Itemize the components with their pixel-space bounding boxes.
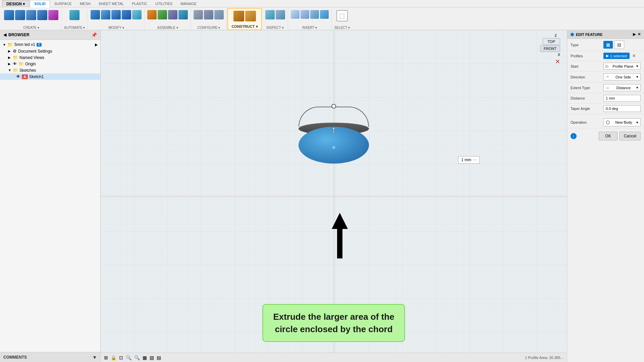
assemble-icon-3[interactable] xyxy=(168,10,177,19)
tab-utilities[interactable]: UTILITIES xyxy=(151,0,176,7)
ok-button[interactable]: OK xyxy=(599,132,617,140)
type-btn-solid[interactable]: ▦ xyxy=(603,41,613,49)
profiles-clear-btn[interactable]: ✕ xyxy=(631,53,637,58)
insert-icon-3[interactable] xyxy=(310,10,319,19)
tree-item-root[interactable]: ▼ 📁 5mm led v1 R ▶ xyxy=(0,41,100,48)
tab-surface[interactable]: SURFACE xyxy=(50,0,76,7)
extent-type-dropdown-arrow: ▾ xyxy=(636,85,638,90)
start-value-text: Profile Plane xyxy=(612,64,633,68)
panel-dot xyxy=(571,33,574,36)
tree-item-sketches[interactable]: ▼ 📁 Sketches xyxy=(0,67,100,73)
modify-icon-1[interactable] xyxy=(91,10,100,19)
automate-icon[interactable] xyxy=(69,10,79,20)
create-icon-3[interactable] xyxy=(26,10,36,20)
insert-icon-1[interactable] xyxy=(291,10,300,19)
construct-icon-2[interactable] xyxy=(245,11,256,21)
select-section: ⬚ SELECT ▾ xyxy=(332,8,353,30)
cancel-button[interactable]: Cancel xyxy=(620,132,641,140)
profiles-selected-badge: ▶ 1 selected xyxy=(603,53,630,59)
tab-sheet-metal[interactable]: SHEET METAL xyxy=(95,0,128,7)
assemble-icon-2[interactable] xyxy=(158,10,167,19)
insert-icon-2[interactable] xyxy=(301,10,309,19)
root-label: 5mm led v1 xyxy=(14,42,35,47)
bottom-icon-5[interactable]: 🔍 xyxy=(134,355,140,360)
select-icon[interactable]: ⬚ xyxy=(336,10,348,21)
modify-icon-3[interactable] xyxy=(111,10,121,19)
modify-icon-5[interactable] xyxy=(132,10,142,19)
panel-expand-icon[interactable]: ▶ xyxy=(633,32,636,37)
tree-item-origin[interactable]: ▶ 👁 📁 Origin xyxy=(0,61,100,67)
inspect-icon-2[interactable] xyxy=(276,10,285,19)
more-icon[interactable]: ⋯ xyxy=(473,158,477,162)
insert-icon-4[interactable] xyxy=(320,10,329,19)
direction-icon: ↗ xyxy=(606,75,609,79)
operation-dropdown[interactable]: ⬡ New Body ▾ xyxy=(603,118,641,126)
z-axis-label: Z xyxy=(540,34,557,38)
automate-label[interactable]: AUTOMATE ▾ xyxy=(64,26,85,29)
sidebar-collapse-icon[interactable]: ◀ xyxy=(3,33,6,37)
origin-arrow[interactable]: ▶ xyxy=(8,62,13,66)
tab-mesh[interactable]: MESH xyxy=(76,0,95,7)
modify-label[interactable]: MODIFY ▾ xyxy=(108,26,124,29)
direction-dropdown[interactable]: ↗ One Side ▾ xyxy=(603,73,641,80)
distance-input[interactable] xyxy=(603,95,641,102)
tab-solid[interactable]: SOLID xyxy=(30,0,50,7)
design-button[interactable]: DESIGN ▾ xyxy=(2,0,29,7)
create-icon-5[interactable] xyxy=(48,10,58,20)
select-label[interactable]: SELECT ▾ xyxy=(334,26,350,29)
configure-icon-2[interactable] xyxy=(204,10,213,19)
tab-plastic[interactable]: PLASTIC xyxy=(128,0,151,7)
tree-item-named-views[interactable]: ▶ 📁 Named Views xyxy=(0,54,100,61)
create-icon-2[interactable] xyxy=(15,10,25,20)
root-arrow[interactable]: ▼ xyxy=(3,43,7,47)
tree-item-sketch1[interactable]: 👁 A Sketch1 xyxy=(0,73,100,80)
insert-label[interactable]: INSERT ▾ xyxy=(302,26,317,29)
create-label[interactable]: CREATE ▾ xyxy=(23,26,39,29)
view-cube-front[interactable]: FRONT xyxy=(540,45,560,52)
extent-type-value-text: Distance xyxy=(616,86,631,90)
create-icon-4[interactable] xyxy=(37,10,47,20)
construct-icon-1[interactable] xyxy=(233,11,244,21)
assemble-label[interactable]: ASSEMBLE ▾ xyxy=(157,26,178,29)
assemble-icon-4[interactable] xyxy=(178,10,188,19)
inspect-label[interactable]: INSPECT ▾ xyxy=(267,26,284,29)
taper-angle-input[interactable] xyxy=(603,105,641,112)
modify-icon-4[interactable] xyxy=(122,10,131,19)
inspect-icon-1[interactable] xyxy=(265,10,275,19)
close-viewport-x[interactable]: ✕ xyxy=(540,58,560,65)
type-btn-surface[interactable]: ▤ xyxy=(614,41,624,49)
modify-icon-2[interactable] xyxy=(101,10,110,19)
panel-close-icon[interactable]: ✕ xyxy=(638,32,641,37)
tab-manage[interactable]: MANAGE xyxy=(176,0,201,7)
configure-label[interactable]: CONFIGURE ▾ xyxy=(198,26,220,29)
panel-row-taper-angle: Taper Angle xyxy=(567,104,644,114)
extent-type-dropdown[interactable]: ↔ Distance ▾ xyxy=(603,84,641,91)
configure-icon-3[interactable] xyxy=(214,10,224,19)
comments-collapse[interactable]: ▼ xyxy=(92,355,97,360)
bottom-icon-4[interactable]: 🔍 xyxy=(126,355,131,360)
panel-info-icon[interactable]: i xyxy=(571,133,577,139)
start-dropdown[interactable]: ▷ Profile Plane ▾ xyxy=(603,63,641,70)
handle-dot[interactable] xyxy=(331,104,336,109)
automate-section: AUTOMATE ▾ xyxy=(61,8,88,30)
tree-item-doc-settings[interactable]: ▶ ⚙ Document Settings xyxy=(0,48,100,54)
construct-label[interactable]: CONSTRUCT ▾ xyxy=(231,24,258,29)
assemble-icon-1[interactable] xyxy=(147,10,157,19)
sketches-arrow[interactable]: ▼ xyxy=(8,68,13,72)
sidebar-pin-icon[interactable]: 📌 xyxy=(91,32,97,38)
bottom-icon-1[interactable]: ⊞ xyxy=(104,355,108,360)
bottom-icon-2[interactable]: 🔒 xyxy=(111,355,116,360)
named-views-arrow[interactable]: ▶ xyxy=(8,56,13,59)
bottom-icon-3[interactable]: ⊡ xyxy=(119,355,123,360)
root-action-1[interactable]: ▶ xyxy=(95,43,98,47)
sketch1-eye-icon: 👁 xyxy=(16,74,20,79)
create-icon-1[interactable] xyxy=(4,10,14,20)
bottom-icon-8[interactable]: ▤ xyxy=(157,355,161,360)
configure-icon-1[interactable] xyxy=(194,10,203,19)
doc-settings-arrow[interactable]: ▶ xyxy=(8,49,13,53)
bottom-icon-6[interactable]: ▦ xyxy=(143,355,147,360)
insert-section: INSERT ▾ xyxy=(288,8,332,30)
bottom-icon-7[interactable]: ▧ xyxy=(150,355,154,360)
assemble-section: ASSEMBLE ▾ xyxy=(145,8,191,30)
view-cube-top[interactable]: TOP xyxy=(543,38,560,45)
